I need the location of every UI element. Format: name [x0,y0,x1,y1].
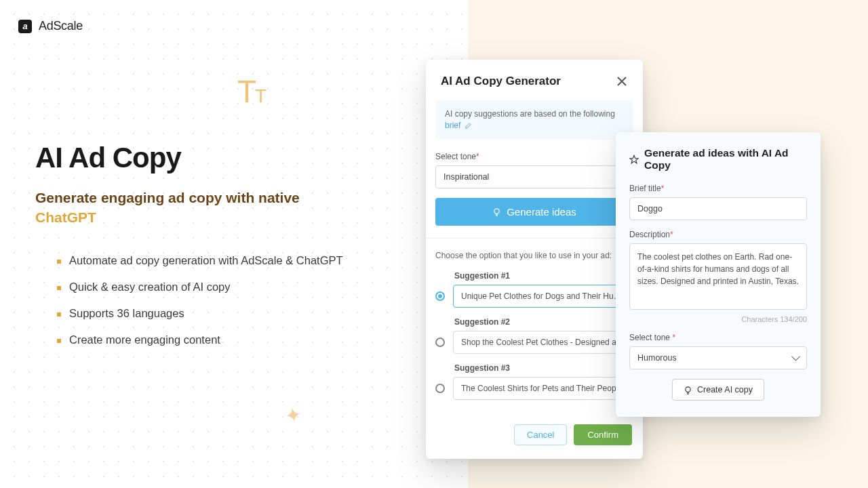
close-icon[interactable] [616,75,628,87]
modal-title: AI Ad Copy Generator [441,75,561,88]
info-text: AI copy suggestions are based on the fol… [445,109,615,119]
suggestion-radio[interactable] [435,291,445,301]
suggestion-text[interactable]: Unique Pet Clothes for Dogs and Their Hu… [453,285,633,308]
description-label: Description* [629,230,807,239]
star-icon [629,155,639,165]
choose-prompt: Choose the option that you like to use i… [435,251,633,260]
feature-list: Automate ad copy generation with AdScale… [35,254,361,346]
brief-tone-label: Select tone * [629,333,807,342]
suggestion-radio[interactable] [435,338,445,347]
brief-panel-title: Generate ad ideas with AI Ad Copy [629,147,807,171]
create-copy-label: Create AI copy [697,385,753,394]
suggestion-text[interactable]: Shop the Coolest Pet Clothes - Designed … [453,331,633,354]
confirm-button[interactable]: Confirm [574,424,632,445]
info-banner: AI copy suggestions are based on the fol… [435,100,633,140]
hero-section: AI Ad Copy Generate engaging ad copy wit… [35,142,361,360]
suggestion-label: Suggestion #1 [454,271,633,281]
subtitle-highlight: ChatGPT [35,209,96,225]
suggestion-1: Suggestion #1 Unique Pet Clothes for Dog… [435,271,633,308]
feature-item: Create more engaging content [35,333,361,346]
feature-item: Quick & easy creation of AI copy [35,281,361,293]
brief-title-label: Brief title* [629,184,807,193]
suggestion-radio[interactable] [435,384,445,393]
tone-select[interactable]: Inspirational [435,165,633,188]
suggestion-label: Suggestion #2 [454,317,633,327]
generate-ideas-button[interactable]: Generate ideas [435,198,633,226]
edit-icon[interactable] [465,122,472,129]
cancel-button[interactable]: Cancel [514,424,567,445]
character-count: Characters 134/200 [629,315,807,323]
lightbulb-icon [684,386,692,394]
brand-logo: a AdScale [18,19,83,33]
ad-copy-generator-modal: AI Ad Copy Generator AI copy suggestions… [426,60,643,459]
brief-link[interactable]: brief [445,121,460,130]
generate-label: Generate ideas [507,206,576,218]
suggestion-text[interactable]: The Coolest Shirts for Pets and Their Pe… [453,377,633,400]
logo-mark: a [18,20,32,33]
create-ai-copy-button[interactable]: Create AI copy [672,379,764,401]
page-title: AI Ad Copy [35,142,361,174]
suggestion-2: Suggestion #2 Shop the Coolest Pet Cloth… [435,317,633,354]
suggestion-label: Suggestion #3 [454,363,633,373]
lightbulb-icon [492,207,501,216]
page-subtitle: Generate engaging ad copy with native Ch… [35,188,361,227]
feature-item: Automate ad copy generation with AdScale… [35,254,361,267]
subtitle-prefix: Generate engaging ad copy with native [35,190,300,205]
brief-tone-select[interactable]: Humorous [629,346,807,369]
logo-text: AdScale [39,19,83,33]
tone-label: Select tone* [435,152,633,161]
divider [426,238,643,239]
suggestion-3: Suggestion #3 The Coolest Shirts for Pet… [435,363,633,400]
svg-point-0 [494,208,499,213]
brief-title-input[interactable] [629,197,807,220]
svg-point-1 [686,386,690,391]
brief-panel: Generate ad ideas with AI Ad Copy Brief … [616,132,821,417]
feature-item: Supports 36 languages [35,307,361,320]
description-textarea[interactable] [629,243,807,310]
